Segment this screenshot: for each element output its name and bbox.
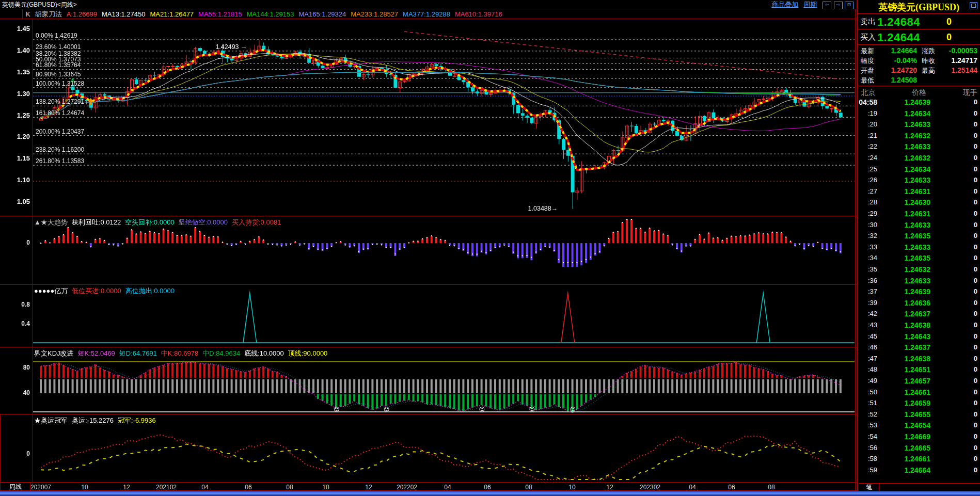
ma-value-7: MA165:1.29324 [298, 10, 346, 18]
tick-price: 1.24637 [904, 310, 930, 318]
tick-time: :59 [868, 466, 877, 474]
tick-time: :54 [868, 433, 877, 440]
tick-price: 1.24633 [904, 120, 930, 129]
tick-time: :49 [868, 377, 877, 385]
tick-row: :541.246690 [858, 433, 980, 443]
scale-label: 0.4 [2, 320, 30, 327]
tick-time: :53 [868, 421, 877, 429]
tick-volume: 0 [974, 120, 977, 128]
tick-time: :19 [868, 109, 877, 117]
fib-level-label: 138.20% 1.27291 [35, 98, 85, 105]
border [0, 414, 1, 482]
tick-row: :581.246610 [858, 455, 980, 466]
tick-list[interactable]: 04:581.246390:191.246340:201.246330:211.… [858, 98, 980, 482]
divider [0, 347, 857, 347]
tick-time: :52 [868, 410, 877, 418]
tick-row: :251.246340 [858, 165, 980, 176]
indicator-header-olympic: ★奥运冠军奥运:-15.2276冠军:-6.9936 [34, 416, 160, 425]
tick-volume: 0 [974, 176, 977, 184]
tick-row: :271.246310 [858, 187, 980, 198]
sell-volume: 0 [946, 17, 952, 27]
tick-price: 1.24659 [904, 399, 930, 407]
window-title: 英镑美元(GBPUSD)<周线> [2, 1, 77, 9]
tick-row: 04:581.246390 [858, 98, 980, 109]
tick-price: 1.24655 [904, 410, 930, 419]
tick-volume: 0 [974, 132, 977, 139]
ma-value-8: MA233:1.28527 [351, 10, 398, 18]
tick-time: :22 [868, 142, 877, 150]
tick-volume: 0 [974, 221, 977, 229]
stat-value-开盘: 1.24720 [891, 66, 917, 74]
tick-volume: 0 [974, 277, 977, 284]
tick-price: 1.24651 [904, 365, 930, 374]
ma-value-6: MA144:1.29153 [247, 10, 294, 18]
tick-row: :191.246340 [858, 109, 980, 120]
trend-value-3: 坚绝做空:0.0000 [179, 218, 228, 226]
tick-price: 1.24639 [904, 287, 930, 296]
tick-volume: 0 [974, 421, 977, 429]
tick-time: :32 [868, 232, 877, 239]
tick-time: :20 [868, 120, 877, 128]
tick-price: 1.24657 [904, 377, 930, 385]
tick-row: :361.246330 [858, 277, 980, 287]
tick-row: :591.246640 [858, 466, 980, 477]
trend-value-2: 空头回补:0.0000 [125, 218, 174, 226]
tick-row: :481.246510 [858, 365, 980, 376]
tick-row: :511.246590 [858, 399, 980, 410]
time-axis-label: 12 [123, 484, 130, 491]
time-axis-label: 10 [322, 484, 329, 491]
col-header-time: 北京 [861, 88, 875, 98]
tick-time: :46 [868, 343, 877, 351]
tick-volume: 0 [974, 365, 977, 373]
ma-value-4: MA21:1.26477 [150, 10, 194, 18]
tick-time: :36 [868, 277, 877, 284]
divider [0, 9, 857, 9]
tick-row: :391.246360 [858, 299, 980, 310]
price-axis-label: 1.45 [2, 25, 30, 33]
tick-volume: 0 [974, 455, 977, 462]
ma-value-10: MA610:1.39716 [455, 10, 502, 18]
divider [0, 284, 857, 285]
fib-level-label: 80.90% 1.33645 [35, 71, 82, 78]
horizontal-scrollbar[interactable] [0, 491, 980, 496]
time-axis-label: 06 [728, 484, 735, 491]
stat-label-涨跌: 涨跌 [922, 46, 935, 56]
tick-volume: 0 [974, 198, 977, 206]
tick-volume: 0 [974, 321, 977, 329]
restore-window-icon[interactable] [970, 2, 977, 9]
divider [0, 19, 857, 19]
period-link[interactable]: 周期 [803, 0, 817, 9]
ma-value-1: 胡家刀法 [35, 10, 62, 18]
divider [0, 482, 857, 483]
tick-row: :521.246550 [858, 410, 980, 421]
time-axis-label: 04 [689, 484, 696, 491]
olympic-value-1: 奥运:-15.2276 [72, 417, 114, 424]
tick-price: 1.24632 [904, 265, 930, 274]
fib-level-label: 100.00% 1.31528 [35, 80, 85, 87]
olympic-value-0: ★奥运冠军 [34, 417, 68, 424]
tab-ticks[interactable]: 笔 [859, 483, 879, 491]
tick-volume: 0 [974, 265, 977, 273]
tick-time: :21 [868, 132, 877, 139]
split-window-icon[interactable]: ⊟ [845, 2, 853, 9]
tick-time: :48 [868, 365, 877, 373]
tick-price: 1.24634 [904, 165, 930, 173]
stat-value-最低: 1.24508 [891, 76, 917, 84]
time-axis-label: 202007 [30, 484, 51, 491]
kdj-value-2: 短D:64.7691 [119, 349, 157, 357]
forward-arrow-icon[interactable]: ⇨ [834, 2, 843, 9]
price-axis-label: 1.20 [2, 133, 30, 140]
tick-time: :35 [868, 265, 877, 273]
title-bar: 英镑美元(GBPUSD)<周线> 商品叠加 周期 ⇦ ⇨ ⊟ [0, 0, 857, 9]
tick-row: :501.246610 [858, 388, 980, 399]
tick-price: 1.24635 [904, 232, 930, 240]
price-axis-label: 1.30 [2, 90, 30, 98]
overlay-symbol-link[interactable]: 商品叠加 [771, 0, 798, 9]
tick-price: 1.24630 [904, 198, 930, 206]
main-price-chart[interactable] [0, 19, 857, 216]
high-price-label: 1.42493 → [215, 43, 247, 51]
back-arrow-icon[interactable]: ⇦ [823, 2, 831, 9]
quote-panel: 英镑美元(GBPUSD) 卖出 1.24684 0 买入 1.24644 0 最… [857, 0, 980, 491]
tick-volume: 0 [974, 388, 977, 396]
time-axis-label: 12 [606, 484, 613, 491]
